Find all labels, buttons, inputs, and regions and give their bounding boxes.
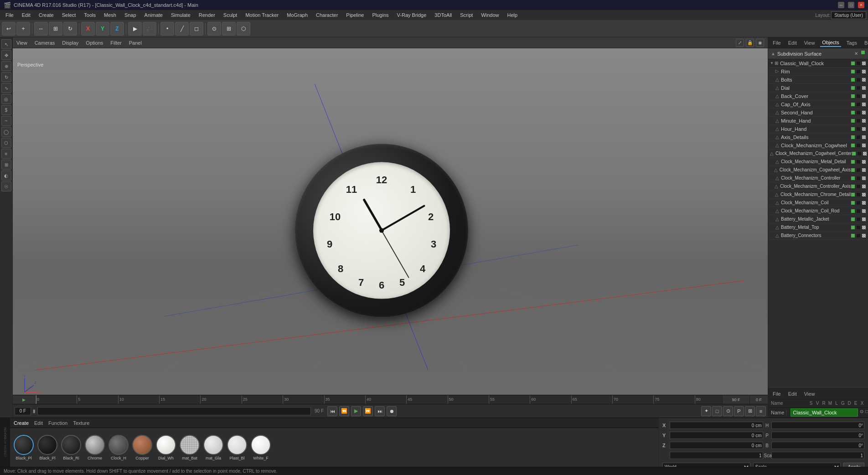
tree-item-rim[interactable]: △ Rim (768, 67, 868, 76)
menu-edit[interactable]: Edit (18, 11, 34, 19)
tree-item-battery-jacket[interactable]: △ Battery_Metallic_Jacket (768, 215, 868, 223)
pb-icon4[interactable]: P (734, 406, 744, 416)
tree-item-chrome[interactable]: △ Clock_Mechanizm_Chrome_Detail (768, 191, 868, 199)
menu-mesh[interactable]: Mesh (100, 11, 120, 19)
sidebar-tool9[interactable]: ◯ (1, 127, 11, 137)
panel-tab-view[interactable]: View (802, 39, 817, 46)
prop-tab-view[interactable]: View (802, 390, 817, 398)
mat-black-ri[interactable]: Black_Ri (61, 435, 81, 460)
viewport-menu-filter[interactable]: Filter (110, 40, 121, 46)
menu-mograph[interactable]: MoGraph (283, 11, 311, 19)
name-icon-2[interactable]: □ (865, 409, 868, 416)
panel-tab-tags[interactable]: Tags (845, 39, 859, 46)
panel-tab-bookmarks[interactable]: Bookmarks (863, 39, 868, 46)
timeline-ruler[interactable]: 0 5 10 15 20 25 30 35 40 45 50 55 60 65 … (36, 395, 722, 404)
play-btn[interactable]: ▶ (351, 406, 361, 416)
coord-y-input[interactable]: 0 cm (670, 432, 763, 439)
mat-tab-texture[interactable]: Texture (73, 420, 89, 426)
menu-character[interactable]: Character (312, 11, 341, 19)
coord-scale-val[interactable] (771, 452, 865, 459)
tree-item-axis-details[interactable]: △ Axis_Details (768, 133, 868, 141)
tree-item-metal-detail[interactable]: △ Clock_Mechanizm_Metal_Detail (768, 158, 868, 166)
prop-tab-edit[interactable]: Edit (786, 390, 799, 398)
coord-x-input[interactable]: 0 cm (670, 422, 763, 429)
menu-tools[interactable]: Tools (80, 11, 99, 19)
menu-help[interactable]: Help (504, 11, 522, 19)
tree-item-minute-hand[interactable]: △ Minute_Hand (768, 117, 868, 125)
coord-b-input[interactable]: 0° (771, 442, 865, 449)
tree-item-coil-rod[interactable]: △ Clock_Mechanizm_Coil_Rod (768, 207, 868, 215)
mat-black-pl2[interactable]: Black_Pl (37, 435, 57, 460)
menu-script[interactable]: Script (456, 11, 476, 19)
pb-icon3[interactable]: ⊙ (723, 406, 733, 416)
tree-item-controller[interactable]: △ Clock_Mechanizm_Controller (768, 174, 868, 182)
tree-item-bolts[interactable]: △ Bolts (768, 76, 868, 84)
menu-3dtoall[interactable]: 3DToAll (431, 11, 455, 19)
tree-item-second-hand[interactable]: △ Second_Hand (768, 108, 868, 117)
tree-item-cog-center[interactable]: △ Clock_Mechanizm_Cogwheel_Center (768, 150, 868, 158)
mat-copper[interactable]: Copper (132, 435, 152, 460)
render-btn[interactable]: ▶ (128, 22, 142, 36)
layout-dropdown[interactable]: Startup (User) (831, 11, 866, 19)
viewport-expand-btn[interactable]: ⤢ (736, 39, 744, 47)
sidebar-tool5[interactable]: ∿ (1, 83, 11, 93)
viewport-menu-options[interactable]: Options (86, 40, 103, 46)
pb-icon5[interactable]: ⊞ (745, 406, 755, 416)
menu-window[interactable]: Window (477, 11, 502, 19)
viewport-menu-view[interactable]: View (16, 40, 27, 46)
mat-tab-function[interactable]: Function (48, 420, 67, 426)
mat-clock-h[interactable]: Clock_H (108, 435, 129, 460)
z-axis-btn[interactable]: Z (110, 22, 124, 36)
menu-simulate[interactable]: Simulate (167, 11, 194, 19)
record-btn[interactable]: ⏺ (387, 406, 397, 416)
sidebar-rotate[interactable]: ↻ (1, 72, 11, 82)
pb-icon6[interactable]: ≡ (756, 406, 766, 416)
menu-pipeline[interactable]: Pipeline (342, 11, 367, 19)
viewport-lock-btn[interactable]: 🔒 (746, 39, 754, 47)
sidebar-select[interactable]: ↖ (1, 39, 11, 49)
sidebar-tool14[interactable]: ☉ (1, 181, 11, 191)
tree-item-back-cover[interactable]: △ Back_Cover (768, 92, 868, 100)
pb-icon2[interactable]: □ (712, 406, 722, 416)
sidebar-tool6[interactable]: ◎ (1, 94, 11, 104)
menu-plugins[interactable]: Plugins (368, 11, 392, 19)
mat-tab-create[interactable]: Create (14, 420, 29, 426)
coord-z-input[interactable]: 0 cm (670, 442, 763, 449)
y-axis-btn[interactable]: Y (96, 22, 109, 36)
render-view-btn[interactable]: 🎥 (143, 22, 156, 36)
sidebar-tool8[interactable]: ~ (1, 116, 11, 126)
prop-tab-file[interactable]: File (771, 390, 783, 398)
coord-h-input[interactable]: 0° (771, 422, 865, 429)
panel-tab-file[interactable]: File (771, 39, 783, 46)
sidebar-tool12[interactable]: ⊞ (1, 160, 11, 170)
object-tree[interactable]: ▼ ⊞ Classic_Wall_Clock △ Rim (768, 59, 868, 388)
tree-item-battery-top[interactable]: △ Battery_Metal_Top (768, 223, 868, 232)
viewport-menu-display[interactable]: Display (62, 40, 78, 46)
coord-sx-input[interactable] (670, 452, 763, 459)
tree-item-dial[interactable]: △ Dial (768, 84, 868, 92)
goto-start-btn[interactable]: ⏮ (327, 406, 337, 416)
name-icon-1[interactable]: ⊙ (860, 409, 863, 416)
frame-slider[interactable] (37, 407, 311, 415)
panel-tab-edit[interactable]: Edit (786, 39, 799, 46)
tree-item-cap-axis[interactable]: △ Cap_Of_Axis (768, 100, 868, 108)
x-axis-btn[interactable]: X (81, 22, 95, 36)
undo-button[interactable]: ↩ (2, 22, 16, 36)
mat-white-f[interactable]: White_F (251, 435, 271, 460)
maximize-button[interactable]: □ (848, 2, 854, 8)
point-mode-btn[interactable]: • (160, 22, 174, 36)
mat-dial-wh[interactable]: Dial_Wh (156, 435, 176, 460)
sidebar-tool13[interactable]: ◐ (1, 170, 11, 181)
menu-snap[interactable]: Snap (121, 11, 140, 19)
tree-item-root[interactable]: ▼ ⊞ Classic_Wall_Clock (768, 59, 868, 67)
tree-item-battery-conn[interactable]: △ Battery_Connectors (768, 232, 868, 240)
viewport-menu-cameras[interactable]: Cameras (35, 40, 55, 46)
menu-file[interactable]: File (2, 11, 17, 19)
snap-btn[interactable]: ⊙ (207, 22, 221, 36)
viewport-solo-btn[interactable]: ◉ (756, 39, 764, 47)
sidebar-tool7[interactable]: $ (1, 105, 11, 115)
edge-mode-btn[interactable]: ╱ (175, 22, 189, 36)
grid-btn[interactable]: ⊞ (222, 22, 236, 36)
close-button[interactable]: ✕ (858, 2, 864, 8)
object-name-input[interactable]: Classic_Wall_Clock (790, 408, 858, 417)
